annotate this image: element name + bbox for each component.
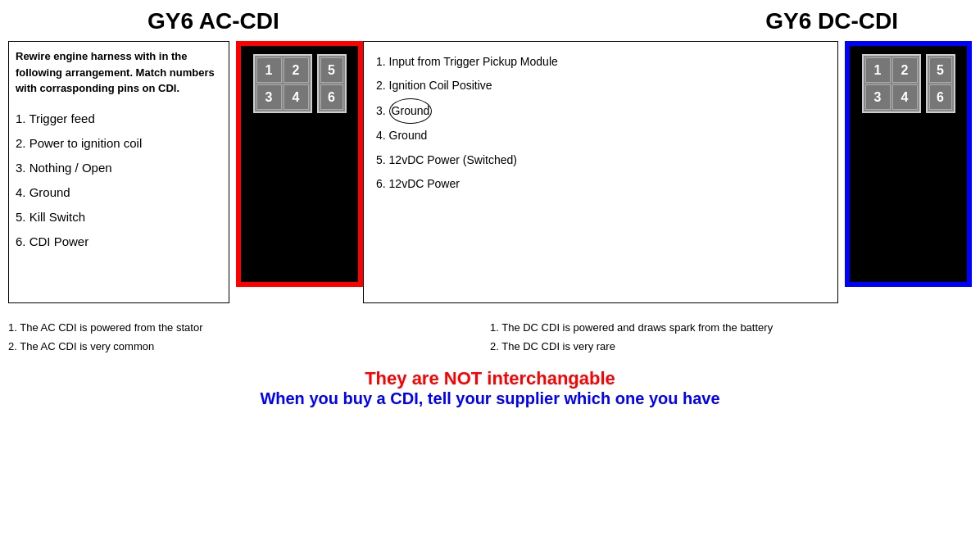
ac-note-2: 2. The AC CDI is very common (8, 337, 442, 356)
bottom-notes: 1. The AC CDI is powered from the stator… (8, 318, 972, 357)
ac-pin-5: 5. Kill Switch (16, 205, 222, 230)
dc-pin-5: 5. 12vDC Power (Switched) (376, 148, 825, 172)
ac-pin-list: 1. Trigger feed 2. Power to ignition coi… (16, 107, 222, 254)
buy-message-text: When you buy a CDI, tell your supplier w… (8, 389, 972, 408)
ac-section: Rewire engine harness with in the follow… (8, 41, 363, 303)
main-content: Rewire engine harness with in the follow… (8, 41, 972, 303)
dc-pin-cell-1: 1 (865, 57, 891, 83)
ac-pin-3: 3. Nothing / Open (16, 156, 222, 180)
ac-pin-cell-5: 5 (320, 57, 343, 83)
dc-pin-cell-2: 2 (892, 57, 918, 83)
dc-pin-cell-6: 6 (929, 84, 952, 110)
ac-pin-cell-4: 4 (284, 84, 309, 110)
dc-pin-block-2x2: 1 2 3 4 (862, 54, 921, 113)
ac-pin-2: 2. Power to ignition coil (16, 131, 222, 156)
ground-circled-text: Ground (389, 98, 433, 124)
ac-connector: 1 2 3 4 5 6 (236, 41, 363, 287)
ac-pin-block-1x2: 5 6 (317, 54, 347, 113)
dc-note-1: 1. The DC CDI is powered and draws spark… (490, 318, 972, 337)
ac-pin-6: 6. CDI Power (16, 230, 222, 254)
ac-pin-block-2x2: 1 2 3 4 (253, 54, 312, 113)
dc-bottom-notes: 1. The DC CDI is powered and draws spark… (490, 318, 972, 357)
dc-pin-6: 6. 12vDC Power (376, 172, 825, 196)
dc-pin-3: 3. Ground (376, 98, 825, 124)
ac-cdi-title: GY6 AC-CDI (147, 8, 279, 34)
dc-pin-block-1x2: 5 6 (926, 54, 955, 113)
ac-pin-cell-2: 2 (284, 57, 309, 83)
ac-pins-row: 1 2 3 4 5 6 (253, 54, 347, 113)
ac-pin-4: 4. Ground (16, 180, 222, 205)
ac-pin-1: 1. Trigger feed (16, 107, 222, 131)
ac-bottom-notes: 1. The AC CDI is powered from the stator… (8, 318, 442, 357)
dc-description-box: 1. Input from Trigger Pickup Module 2. I… (363, 41, 838, 303)
dc-cdi-title: GY6 DC-CDI (765, 8, 898, 34)
ac-note-1: 1. The AC CDI is powered from the stator (8, 318, 442, 337)
dc-section: 1. Input from Trigger Pickup Module 2. I… (363, 41, 972, 303)
dc-pin-4: 4. Ground (376, 124, 825, 148)
ac-description-box: Rewire engine harness with in the follow… (8, 41, 229, 303)
ac-pin-cell-3: 3 (256, 84, 282, 110)
final-message-section: They are NOT interchangable When you buy… (8, 368, 972, 408)
ac-intro-text: Rewire engine harness with in the follow… (16, 48, 222, 97)
dc-pin-2: 2. Ignition Coil Positive (376, 74, 825, 98)
dc-pin-cell-5: 5 (929, 57, 952, 83)
dc-pin-1: 1. Input from Trigger Pickup Module (376, 50, 825, 74)
dc-pin-cell-4: 4 (892, 84, 918, 110)
not-interchangable-text: They are NOT interchangable (8, 368, 972, 389)
ac-pin-cell-1: 1 (256, 57, 282, 83)
dc-pin-cell-3: 3 (865, 84, 891, 110)
title-row: GY6 AC-CDI GY6 DC-CDI (8, 8, 972, 34)
dc-note-2: 2. The DC CDI is very rare (490, 337, 972, 356)
dc-pins-row: 1 2 3 4 5 6 (862, 54, 955, 113)
ac-pin-cell-6: 6 (320, 84, 343, 110)
dc-connector: 1 2 3 4 5 6 (845, 41, 972, 287)
